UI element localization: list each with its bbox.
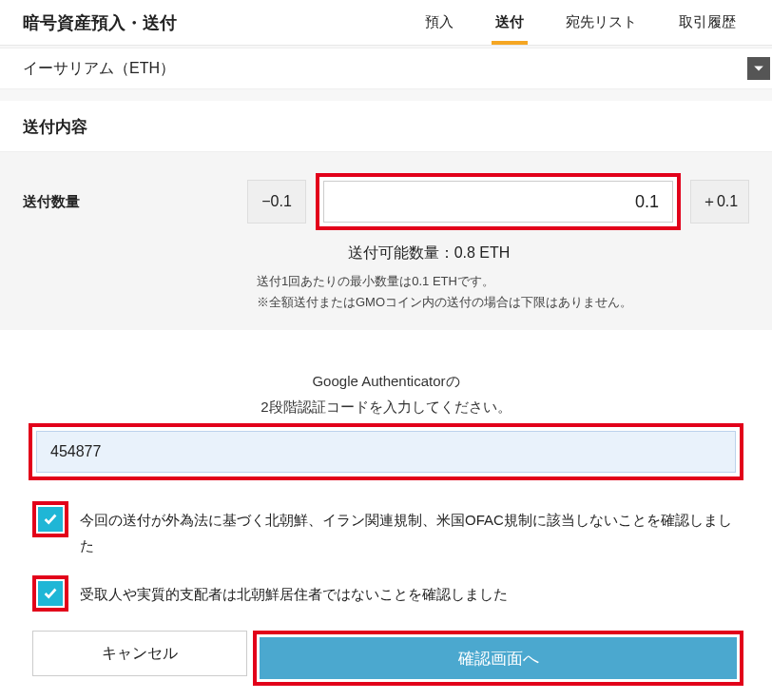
quantity-note-1: 送付1回あたりの最小数量は0.1 ETHです。 (257, 271, 749, 292)
checkbox-sanctions-label: 今回の送付が外為法に基づく北朝鮮、イラン関連規制、米国OFAC規制に該当しないこ… (80, 501, 740, 558)
quantity-section: 送付数量 −0.1 ＋0.1 送付可能数量：0.8 ETH 送付1回あたりの最小… (0, 152, 772, 330)
page-header: 暗号資産預入・送付 預入 送付 宛先リスト 取引履歴 (0, 0, 772, 46)
tab-address-list[interactable]: 宛先リスト (545, 0, 658, 45)
quantity-input[interactable] (323, 181, 673, 223)
chevron-down-icon (747, 57, 770, 80)
tab-deposit[interactable]: 預入 (404, 0, 474, 45)
button-row: キャンセル 確認画面へ (0, 623, 772, 690)
tfa-input-highlight (29, 423, 743, 480)
checkbox-highlight-2 (32, 575, 68, 612)
check-icon (42, 511, 59, 528)
confirm-check-row-2: 受取人や実質的支配者は北朝鮮居住者ではないことを確認しました (0, 570, 772, 623)
check-icon (42, 585, 59, 602)
quantity-input-highlight (316, 173, 681, 230)
cancel-button[interactable]: キャンセル (32, 631, 247, 676)
quantity-label: 送付数量 (23, 193, 238, 211)
confirm-button[interactable]: 確認画面へ (260, 637, 737, 679)
checkbox-sanctions[interactable] (38, 507, 63, 532)
checkbox-residency-label: 受取人や実質的支配者は北朝鮮居住者ではないことを確認しました (80, 575, 508, 607)
tfa-section: Google Authenticatorの 2段階認証コードを入力してください。… (0, 330, 772, 700)
quantity-note-2: ※全額送付またはGMOコイン内の送付の場合は下限はありません。 (257, 292, 749, 313)
checkbox-residency[interactable] (38, 581, 63, 606)
confirm-check-row-1: 今回の送付が外為法に基づく北朝鮮、イラン関連規制、米国OFAC規制に該当しないこ… (0, 496, 772, 570)
increment-button[interactable]: ＋0.1 (690, 180, 749, 224)
asset-select[interactable]: イーサリアム（ETH） (0, 48, 772, 89)
confirm-button-highlight: 確認画面へ (253, 631, 743, 686)
checkbox-highlight-1 (32, 501, 68, 537)
page-title: 暗号資産預入・送付 (23, 11, 404, 34)
section-title: 送付内容 (0, 101, 772, 152)
quantity-notes: 送付1回あたりの最小数量は0.1 ETHです。 ※全額送付またはGMOコイン内の… (0, 265, 772, 330)
tab-send[interactable]: 送付 (474, 0, 545, 45)
decrement-button[interactable]: −0.1 (247, 180, 306, 224)
available-quantity: 送付可能数量：0.8 ETH (0, 240, 772, 265)
tfa-prompt-line1: Google Authenticatorの (0, 368, 772, 394)
tfa-code-input[interactable] (36, 431, 736, 473)
tabs: 預入 送付 宛先リスト 取引履歴 (404, 0, 757, 45)
asset-select-value: イーサリアム（ETH） (23, 59, 747, 79)
tab-history[interactable]: 取引履歴 (658, 0, 757, 45)
tfa-prompt: Google Authenticatorの 2段階認証コードを入力してください。 (0, 368, 772, 419)
tfa-prompt-line2: 2段階認証コードを入力してください。 (0, 394, 772, 419)
